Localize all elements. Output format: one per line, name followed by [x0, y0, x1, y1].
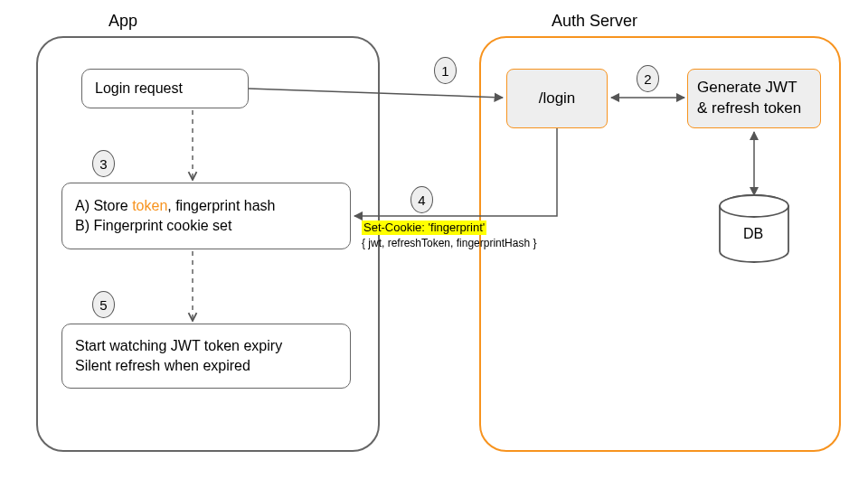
- svg-point-1: [720, 195, 788, 217]
- db-label: DB: [743, 226, 763, 242]
- diagram-stage: App Auth Server Login request A) Store t…: [0, 0, 868, 488]
- arrows-svg: [0, 0, 868, 488]
- arrow-1: [249, 89, 503, 98]
- arrow-4: [354, 128, 557, 216]
